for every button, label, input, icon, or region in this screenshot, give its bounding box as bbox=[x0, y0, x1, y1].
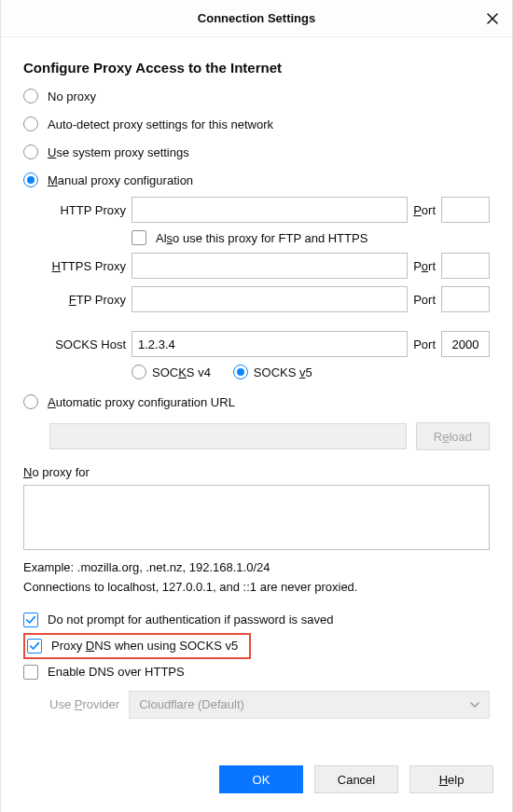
socks-port-input[interactable] bbox=[441, 331, 490, 357]
http-port-input[interactable] bbox=[441, 197, 490, 223]
close-icon[interactable] bbox=[486, 12, 499, 25]
ftp-port-input[interactable] bbox=[441, 286, 490, 312]
provider-row: Use Provider Cloudflare (Default) bbox=[49, 691, 490, 719]
radio-no-proxy-row[interactable]: No proxy bbox=[23, 89, 490, 103]
doh-row[interactable]: Enable DNS over HTTPS bbox=[23, 665, 490, 680]
doh-check[interactable] bbox=[23, 665, 38, 680]
socks-host-input[interactable] bbox=[132, 331, 408, 357]
radio-pac-label: Automatic proxy configuration URL bbox=[48, 395, 235, 409]
ftp-port-label: Port bbox=[413, 293, 436, 307]
provider-value: Cloudflare (Default) bbox=[139, 697, 244, 711]
pac-url-row: Reload bbox=[49, 422, 490, 450]
http-proxy-input[interactable] bbox=[132, 197, 408, 223]
https-proxy-label: HTTPS Proxy bbox=[49, 259, 126, 273]
hint-local: Connections to localhost, 127.0.0.1, and… bbox=[23, 578, 490, 598]
no-proxy-label: No proxy for bbox=[23, 465, 490, 479]
connection-settings-dialog: Connection Settings Configure Proxy Acce… bbox=[0, 0, 513, 812]
radio-auto-detect[interactable] bbox=[23, 117, 38, 131]
radio-socks-v5-label: SOCKS v5 bbox=[254, 365, 312, 379]
radio-no-proxy[interactable] bbox=[23, 89, 38, 103]
no-proxy-textarea[interactable] bbox=[23, 485, 490, 550]
https-proxy-input[interactable] bbox=[132, 253, 408, 279]
ftp-proxy-row: FTP Proxy Port bbox=[49, 286, 490, 312]
https-port-input[interactable] bbox=[441, 253, 490, 279]
reload-button: Reload bbox=[416, 422, 490, 450]
radio-pac[interactable] bbox=[23, 394, 38, 409]
radio-auto-detect-label: Auto-detect proxy settings for this netw… bbox=[48, 117, 273, 131]
provider-select: Cloudflare (Default) bbox=[129, 691, 490, 719]
http-proxy-row: HTTP Proxy Port bbox=[49, 197, 490, 223]
help-button[interactable]: Help bbox=[409, 765, 493, 793]
hint-example: Example: .mozilla.org, .net.nz, 192.168.… bbox=[23, 558, 490, 578]
pac-url-input[interactable] bbox=[49, 423, 407, 449]
ftp-proxy-input[interactable] bbox=[132, 286, 408, 312]
titlebar: Connection Settings bbox=[1, 0, 512, 37]
socks-host-row: SOCKS Host Port bbox=[49, 331, 490, 357]
radio-socks-v4-label: SOCKS v4 bbox=[152, 365, 211, 379]
https-proxy-row: HTTPS Proxy Port bbox=[49, 253, 490, 279]
radio-system-label: Use system proxy settings bbox=[48, 145, 189, 159]
proxy-dns-label: Proxy DNS when using SOCKS v5 bbox=[51, 639, 238, 653]
no-prompt-check[interactable] bbox=[23, 612, 38, 627]
radio-pac-row[interactable]: Automatic proxy configuration URL bbox=[23, 394, 490, 409]
proxy-dns-row[interactable]: Proxy DNS when using SOCKS v5 bbox=[23, 633, 490, 659]
content-area: Configure Proxy Access to the Internet N… bbox=[1, 37, 512, 750]
radio-no-proxy-label: No proxy bbox=[48, 89, 96, 103]
section-title: Configure Proxy Access to the Internet bbox=[23, 60, 490, 76]
manual-proxy-form: HTTP Proxy Port Also use this proxy for … bbox=[49, 197, 490, 379]
radio-manual[interactable] bbox=[23, 172, 38, 187]
radio-manual-row[interactable]: Manual proxy configuration bbox=[23, 172, 490, 187]
provider-label: Use Provider bbox=[49, 697, 119, 711]
proxy-dns-check[interactable] bbox=[27, 639, 42, 654]
radio-system-row[interactable]: Use system proxy settings bbox=[23, 145, 490, 159]
ok-button[interactable]: OK bbox=[219, 765, 303, 793]
also-ftp-https-check[interactable] bbox=[132, 230, 146, 245]
socks-version-row: SOCKS v4 SOCKS v5 bbox=[132, 365, 490, 379]
radio-auto-detect-row[interactable]: Auto-detect proxy settings for this netw… bbox=[23, 117, 490, 131]
radio-socks-v4[interactable] bbox=[132, 365, 146, 379]
radio-manual-label: Manual proxy configuration bbox=[48, 173, 193, 187]
socks-port-label: Port bbox=[413, 337, 436, 351]
also-ftp-https-label: Also use this proxy for FTP and HTTPS bbox=[156, 231, 367, 245]
chevron-down-icon bbox=[470, 702, 479, 708]
cancel-button[interactable]: Cancel bbox=[314, 765, 398, 793]
doh-label: Enable DNS over HTTPS bbox=[48, 665, 185, 679]
https-port-label: Port bbox=[413, 259, 436, 273]
proxy-dns-highlight: Proxy DNS when using SOCKS v5 bbox=[23, 633, 251, 659]
dialog-footer: OK Cancel Help bbox=[1, 750, 512, 812]
ftp-proxy-label: FTP Proxy bbox=[49, 293, 126, 307]
radio-socks-v5[interactable] bbox=[233, 365, 248, 379]
hints: Example: .mozilla.org, .net.nz, 192.168.… bbox=[23, 558, 490, 598]
http-proxy-label: HTTP Proxy bbox=[49, 203, 126, 217]
window-title: Connection Settings bbox=[198, 11, 315, 25]
socks-host-label: SOCKS Host bbox=[49, 337, 126, 351]
also-ftp-https-row[interactable]: Also use this proxy for FTP and HTTPS bbox=[132, 230, 490, 245]
radio-system[interactable] bbox=[23, 145, 38, 159]
no-prompt-row[interactable]: Do not prompt for authentication if pass… bbox=[23, 612, 490, 627]
http-port-label: Port bbox=[413, 203, 436, 217]
no-prompt-label: Do not prompt for authentication if pass… bbox=[48, 612, 333, 626]
